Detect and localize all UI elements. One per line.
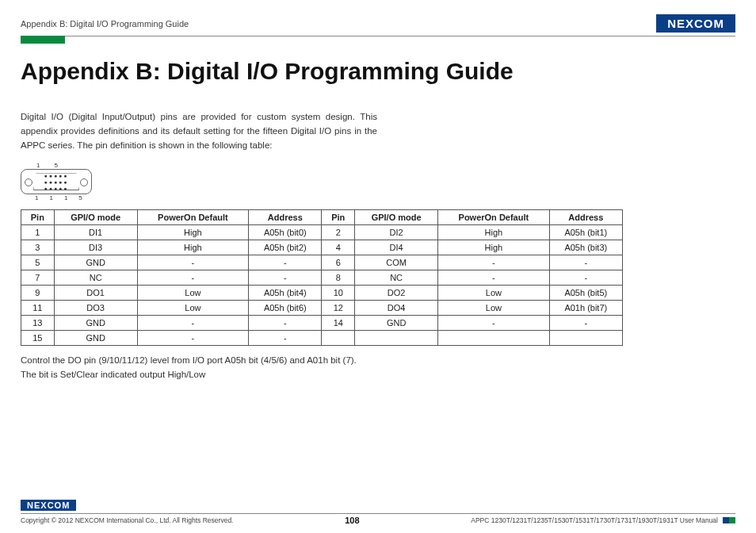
connector-top-labels: 15 bbox=[21, 162, 735, 169]
header-row: Appendix B: Digital I/O Programming Guid… bbox=[21, 14, 735, 33]
table-cell: 11 bbox=[21, 301, 55, 316]
square-green-icon bbox=[729, 517, 735, 523]
table-cell: 1 bbox=[21, 225, 55, 240]
table-cell: - bbox=[137, 270, 248, 286]
table-cell: - bbox=[438, 316, 549, 331]
logo-x: X bbox=[685, 17, 694, 30]
table-cell: A05h (bit0) bbox=[249, 225, 322, 240]
square-blue-icon bbox=[723, 517, 729, 523]
th-pin-a: Pin bbox=[21, 210, 55, 225]
page-number: 108 bbox=[345, 516, 359, 525]
table-cell: - bbox=[137, 255, 248, 270]
pin-label-1: 1 bbox=[36, 162, 54, 169]
table-cell: 6 bbox=[322, 255, 355, 270]
table-cell bbox=[549, 331, 622, 346]
table-cell: - bbox=[549, 316, 622, 331]
table-cell: A05h (bit6) bbox=[249, 301, 322, 316]
table-cell: 15 bbox=[21, 331, 55, 346]
divider-top bbox=[21, 36, 735, 36]
table-cell: Low bbox=[137, 301, 248, 316]
footer-logo: NEXCOM bbox=[21, 500, 76, 511]
table-cell: DI4 bbox=[355, 240, 438, 255]
pin-row-mid: ●●●●● bbox=[44, 179, 68, 185]
table-row: 5GND--6COM-- bbox=[21, 255, 623, 270]
table-row: 7NC--8NC-- bbox=[21, 270, 623, 286]
table-cell: A05h (bit2) bbox=[249, 240, 322, 255]
table-cell: DO4 bbox=[355, 301, 438, 316]
table-row: 9DO1LowA05h (bit4)10DO2LowA05h (bit5) bbox=[21, 286, 623, 301]
pin-label-11: 11 bbox=[35, 194, 64, 201]
table-cell: COM bbox=[355, 255, 438, 270]
note-block: Control the DO pin (9/10/11/12) level fr… bbox=[21, 354, 735, 382]
table-row: 13GND--14GND-- bbox=[21, 316, 623, 331]
table-cell: - bbox=[549, 270, 622, 286]
table-cell: 12 bbox=[322, 301, 355, 316]
table-cell: High bbox=[137, 240, 248, 255]
table-cell bbox=[355, 331, 438, 346]
th-default-b: PowerOn Default bbox=[438, 210, 549, 225]
table-cell: 5 bbox=[21, 255, 55, 270]
table-cell: NC bbox=[355, 270, 438, 286]
table-cell: A05h (bit1) bbox=[549, 225, 622, 240]
table-cell: High bbox=[438, 225, 549, 240]
table-header-row: Pin GPI/O mode PowerOn Default Address P… bbox=[21, 210, 623, 225]
connector-bottom-labels: 1115 bbox=[21, 194, 735, 201]
table-cell: - bbox=[549, 255, 622, 270]
table-cell: A05h (bit4) bbox=[249, 286, 322, 301]
table-cell: Low bbox=[137, 286, 248, 301]
footer-line: Copyright © 2012 NEXCOM International Co… bbox=[21, 513, 735, 525]
accent-bar bbox=[21, 36, 65, 44]
footer-squares-icon bbox=[723, 517, 735, 523]
table-cell: Low bbox=[438, 286, 549, 301]
table-cell: - bbox=[438, 255, 549, 270]
table-cell: 3 bbox=[21, 240, 55, 255]
table-cell: High bbox=[438, 240, 549, 255]
th-address-b: Address bbox=[549, 210, 622, 225]
th-mode-a: GPI/O mode bbox=[54, 210, 137, 225]
th-address-a: Address bbox=[249, 210, 322, 225]
connector-diagram: 15 ●●●●● ●●●●● ●●●●● 1115 bbox=[21, 162, 735, 201]
table-row: 11DO3LowA05h (bit6)12DO4LowA01h (bit7) bbox=[21, 301, 623, 316]
table-cell: - bbox=[137, 331, 248, 346]
table-cell: - bbox=[137, 316, 248, 331]
table-cell: A01h (bit7) bbox=[549, 301, 622, 316]
table-cell: DI2 bbox=[355, 225, 438, 240]
table-cell: 2 bbox=[322, 225, 355, 240]
breadcrumb: Appendix B: Digital I/O Programming Guid… bbox=[21, 19, 189, 29]
pin-label-15: 15 bbox=[64, 194, 94, 201]
pin-table: Pin GPI/O mode PowerOn Default Address P… bbox=[21, 209, 623, 346]
pin-label-5: 5 bbox=[54, 162, 71, 169]
pin-row-top: ●●●●● bbox=[44, 173, 68, 178]
table-cell: 8 bbox=[322, 270, 355, 286]
table-row: 1DI1HighA05h (bit0)2DI2HighA05h (bit1) bbox=[21, 225, 623, 240]
th-default-a: PowerOn Default bbox=[137, 210, 248, 225]
table-cell: - bbox=[438, 270, 549, 286]
logo-text-left: NE bbox=[667, 17, 685, 30]
table-cell: - bbox=[249, 331, 322, 346]
table-cell: DO1 bbox=[54, 286, 137, 301]
table-cell: A05h (bit5) bbox=[549, 286, 622, 301]
table-cell: A05h (bit3) bbox=[549, 240, 622, 255]
table-cell: DO2 bbox=[355, 286, 438, 301]
table-cell: Low bbox=[438, 301, 549, 316]
table-cell: 13 bbox=[21, 316, 55, 331]
table-row: 3DI3HighA05h (bit2)4DI4HighA05h (bit3) bbox=[21, 240, 623, 255]
table-cell: 10 bbox=[322, 286, 355, 301]
table-cell: - bbox=[249, 316, 322, 331]
table-body: 1DI1HighA05h (bit0)2DI2HighA05h (bit1)3D… bbox=[21, 225, 623, 346]
table-cell: DO3 bbox=[54, 301, 137, 316]
copyright: Copyright © 2012 NEXCOM International Co… bbox=[21, 516, 233, 524]
table-cell: - bbox=[249, 255, 322, 270]
table-cell: GND bbox=[355, 316, 438, 331]
pin-row-bot: ●●●●● bbox=[44, 186, 68, 191]
table-cell bbox=[438, 331, 549, 346]
logo: NEXCOM bbox=[656, 14, 735, 33]
note-line-1: Control the DO pin (9/10/11/12) level fr… bbox=[21, 354, 735, 367]
logo-text-right: COM bbox=[694, 17, 724, 30]
table-cell: 4 bbox=[322, 240, 355, 255]
intro-paragraph: Digital I/O (Digital Input/Output) pins … bbox=[21, 110, 377, 152]
footer-right: APPC 1230T/1231T/1235T/1530T/1531T/1730T… bbox=[471, 516, 735, 524]
table-cell: DI3 bbox=[54, 240, 137, 255]
page-title: Appendix B: Digital I/O Programming Guid… bbox=[21, 58, 735, 85]
table-cell: GND bbox=[54, 316, 137, 331]
